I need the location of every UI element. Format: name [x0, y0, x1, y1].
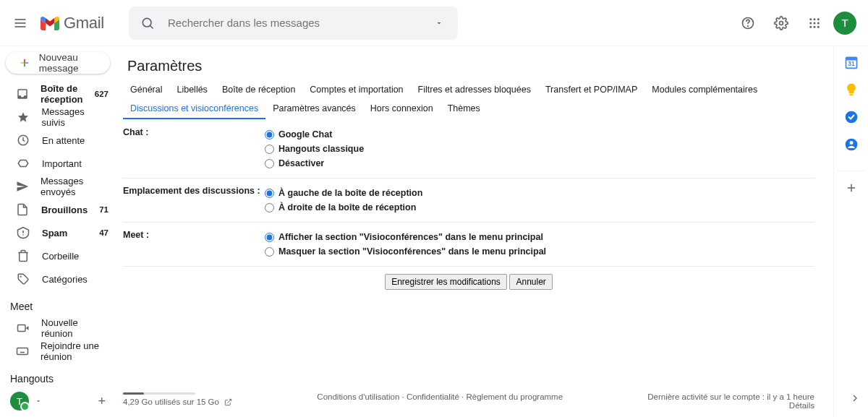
tab-8[interactable]: Paramètres avancés [265, 99, 363, 119]
hamburger-icon [13, 16, 27, 30]
search-input[interactable] [162, 17, 425, 29]
radio-label: Afficher la section "Visioconférences" d… [278, 230, 543, 244]
details-link[interactable]: Détails [789, 401, 814, 410]
sidebar-item-star[interactable]: Messages suivis [0, 106, 116, 129]
hangouts-add-button[interactable]: + [98, 395, 106, 408]
radio-label: À droite de la boîte de réception [278, 200, 416, 215]
arrow-icon [16, 157, 30, 170]
file-icon [16, 203, 30, 216]
svg-point-3 [142, 18, 151, 27]
tab-7[interactable]: Discussions et visioconférences [123, 99, 265, 119]
meet-item-1[interactable]: Rejoindre une réunion [0, 340, 116, 363]
keep-icon[interactable] [844, 82, 859, 97]
sidebar-item-spam[interactable]: Spam47 [0, 221, 116, 244]
sidebar-item-label: Boîte de réception [41, 83, 83, 105]
radio-input[interactable] [265, 130, 274, 139]
radio-option-1-1[interactable]: À droite de la boîte de réception [265, 200, 422, 215]
section-label: Meet : [123, 230, 265, 259]
sidebar-item-clock[interactable]: En attente [0, 129, 116, 152]
svg-point-6 [748, 25, 749, 26]
radio-option-1-0[interactable]: À gauche de la boîte de réception [265, 186, 422, 200]
meet-item-label: Rejoindre une réunion [41, 340, 109, 362]
caret-down-icon[interactable] [35, 397, 42, 405]
radio-label: Google Chat [278, 127, 332, 142]
send-icon [16, 180, 29, 193]
tasks-icon[interactable] [844, 110, 859, 124]
chat-empty-state: ❝ Pas de chat récent Démarrer un nouveau… [0, 413, 116, 417]
support-button[interactable] [733, 9, 762, 38]
svg-point-7 [780, 21, 783, 25]
trash-icon [16, 249, 30, 262]
sidebar-item-count: 627 [95, 90, 109, 98]
search-options-button[interactable] [425, 9, 454, 38]
contacts-icon[interactable] [844, 137, 859, 152]
svg-point-8 [809, 18, 812, 20]
sidebar-item-label: Corbeille [42, 251, 79, 262]
section-options: À gauche de la boîte de réceptionÀ droit… [265, 186, 422, 215]
section-options: Google ChatHangouts classiqueDésactiver [265, 127, 364, 171]
tab-0[interactable]: Général [123, 80, 169, 99]
cancel-button[interactable]: Annuler [509, 274, 552, 290]
svg-point-15 [814, 25, 816, 27]
compose-button[interactable]: Nouveau message [6, 52, 110, 74]
footer-link-0[interactable]: Conditions d'utilisation [317, 392, 399, 401]
radio-option-0-2[interactable]: Désactiver [265, 156, 364, 171]
star-icon [16, 111, 30, 124]
sidebar-item-file[interactable]: Brouillons71 [0, 198, 116, 221]
search-button[interactable] [133, 9, 162, 38]
gmail-logo[interactable]: Gmail [35, 14, 129, 33]
header-actions: T [733, 9, 856, 38]
sidebar-item-inbox[interactable]: Boîte de réception627 [0, 82, 116, 106]
radio-option-0-1[interactable]: Hangouts classique [265, 142, 364, 156]
setting-section-2: Meet :Afficher la section "Visioconféren… [123, 223, 814, 267]
footer-link-1[interactable]: Confidentialité [407, 392, 459, 401]
sidebar-item-label: Messages envoyés [41, 176, 109, 197]
radio-input[interactable] [265, 145, 274, 154]
radio-input[interactable] [265, 159, 274, 168]
tab-1[interactable]: Libellés [169, 80, 214, 99]
settings-button[interactable] [767, 9, 796, 38]
meet-item-0[interactable]: Nouvelle réunion [0, 317, 116, 340]
storage-progress-bar [123, 392, 195, 395]
svg-point-14 [809, 25, 812, 27]
tab-6[interactable]: Modules complémentaires [644, 80, 765, 99]
account-avatar[interactable]: T [833, 12, 856, 35]
section-options: Afficher la section "Visioconférences" d… [265, 230, 546, 259]
tab-2[interactable]: Boîte de réception [215, 80, 302, 99]
apps-button[interactable] [800, 9, 829, 38]
main-menu-button[interactable] [6, 9, 35, 38]
tab-4[interactable]: Filtres et adresses bloquées [411, 80, 538, 99]
svg-point-10 [817, 18, 820, 20]
radio-option-2-1[interactable]: Masquer la section "Visioconférences" da… [265, 244, 546, 259]
calendar-icon[interactable]: 31 [844, 55, 859, 69]
tab-3[interactable]: Comptes et importation [302, 80, 410, 99]
tab-9[interactable]: Hors connexion [363, 99, 441, 119]
search-bar[interactable] [129, 7, 458, 40]
tab-10[interactable]: Thèmes [441, 99, 488, 119]
radio-input[interactable] [265, 189, 274, 198]
sidebar-item-label[interactable]: Catégories [0, 267, 116, 291]
hangouts-avatar: T [10, 392, 29, 410]
sidebar-item-trash[interactable]: Corbeille [0, 244, 116, 267]
sidebar-item-send[interactable]: Messages envoyés [0, 175, 116, 198]
radio-label: Désactiver [278, 156, 324, 171]
radio-input[interactable] [265, 233, 274, 242]
radio-input[interactable] [265, 203, 274, 212]
open-external-icon[interactable] [224, 398, 232, 406]
form-actions: Enregistrer les modifications Annuler [123, 267, 814, 297]
section-label: Chat : [123, 127, 265, 171]
radio-option-0-0[interactable]: Google Chat [265, 127, 364, 142]
hangouts-status-row[interactable]: T + [0, 389, 116, 413]
radio-input[interactable] [265, 247, 274, 257]
radio-option-2-0[interactable]: Afficher la section "Visioconférences" d… [265, 230, 546, 244]
footer-link-2[interactable]: Règlement du programme [466, 392, 563, 401]
footer: 4,29 Go utilisés sur 15 Go Conditions d'… [123, 392, 814, 410]
svg-point-35 [849, 141, 853, 145]
plus-multicolor-icon [19, 55, 30, 71]
activity-block: Dernière activité sur le compte : il y a… [647, 392, 814, 410]
save-button[interactable]: Enregistrer les modifications [385, 274, 507, 290]
side-panel-toggle[interactable] [849, 392, 861, 404]
sidebar-item-arrow[interactable]: Important [0, 152, 116, 175]
add-addon-button[interactable] [837, 171, 866, 194]
tab-5[interactable]: Transfert et POP/IMAP [538, 80, 644, 99]
